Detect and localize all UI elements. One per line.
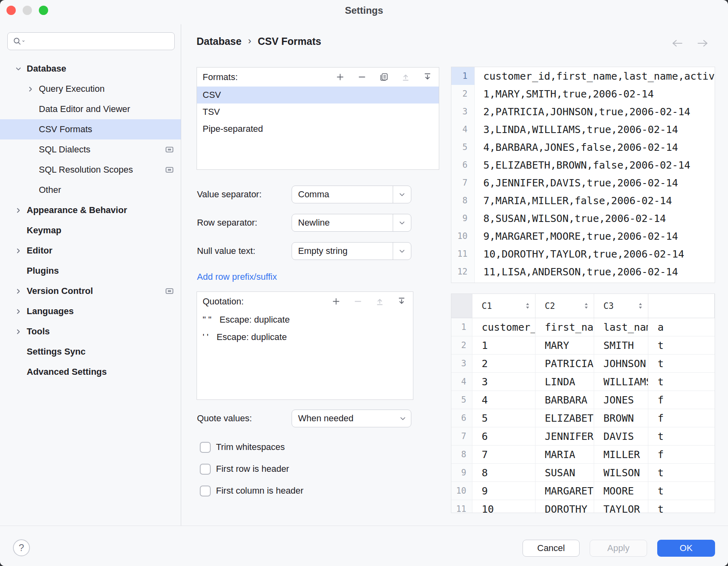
quotation-item[interactable]: ' 'Escape: duplicate xyxy=(197,328,413,346)
format-item-tsv[interactable]: TSV xyxy=(197,103,439,120)
cancel-button[interactable]: Cancel xyxy=(523,540,580,557)
first-row-is-header-checkbox[interactable] xyxy=(200,464,211,475)
sidebar-item-label: CSV Formats xyxy=(39,124,92,135)
chevron-down-icon[interactable] xyxy=(393,186,411,203)
move-down-button[interactable] xyxy=(423,72,432,82)
preview-line: 76,JENNIFER,DAVIS,true,2006-02-14 xyxy=(451,174,715,192)
search-field[interactable] xyxy=(7,32,175,50)
back-button[interactable] xyxy=(670,37,685,49)
chevron-down-icon xyxy=(395,410,411,427)
sidebar-item-other[interactable]: Other xyxy=(0,180,181,200)
grid-cell: JOHNSON xyxy=(594,355,648,373)
trim-whitespaces-checkbox[interactable] xyxy=(200,442,211,453)
grid-cell: 4 xyxy=(472,391,535,409)
sidebar-item-version-control[interactable]: Version Control xyxy=(0,281,181,301)
first-column-is-header-checkbox[interactable] xyxy=(200,486,211,496)
duplicate-button[interactable] xyxy=(379,72,389,82)
line-number: 12 xyxy=(451,263,475,281)
sidebar-item-label: SQL Resolution Scopes xyxy=(39,165,133,175)
sidebar-item-tools[interactable]: Tools xyxy=(0,321,181,342)
line-number: 9 xyxy=(451,209,475,227)
sidebar-item-plugins[interactable]: Plugins xyxy=(0,261,181,281)
ok-button[interactable]: OK xyxy=(657,540,715,557)
line-text: 4,BARBARA,JONES,false,2006-02-14 xyxy=(475,142,678,153)
chevron-right-icon xyxy=(12,305,24,317)
forward-button[interactable] xyxy=(695,37,710,49)
grid-header-partial xyxy=(648,294,715,318)
line-text: 5,ELIZABETH,BROWN,false,2006-02-14 xyxy=(475,159,690,171)
sidebar-item-data-editor-and-viewer[interactable]: Data Editor and Viewer xyxy=(0,99,181,119)
line-number: 13 xyxy=(451,281,475,283)
move-down-button[interactable] xyxy=(397,297,406,306)
sidebar-item-keymap[interactable]: Keymap xyxy=(0,220,181,241)
data-grid-preview: C1C2C3 1customer_idfirst_namelast_namea2… xyxy=(451,294,715,513)
grid-row: 1110DOROTHYTAYLORt xyxy=(451,500,715,513)
add-row-prefix-suffix-link[interactable]: Add row prefix/suffix xyxy=(197,272,277,282)
quote-values-select[interactable]: When needed xyxy=(292,410,411,427)
row-number-cell: 7 xyxy=(451,427,472,446)
sidebar-item-csv-formats[interactable]: CSV Formats xyxy=(0,119,181,139)
grid-body: 1customer_idfirst_namelast_namea21MARYSM… xyxy=(451,318,715,513)
value-separator-combobox[interactable]: Comma xyxy=(292,186,411,203)
grid-row: 1customer_idfirst_namelast_namea xyxy=(451,318,715,336)
add-button[interactable] xyxy=(331,297,341,306)
value-separator-value: Comma xyxy=(298,189,329,200)
grid-cell: JENNIFER xyxy=(535,427,594,446)
line-text: customer_id,first_name,last_name,active xyxy=(475,70,715,82)
search-input[interactable] xyxy=(30,36,174,46)
grid-header-c3[interactable]: C3 xyxy=(594,294,648,318)
column-name: C3 xyxy=(603,301,614,311)
quotation-escape-label: Escape: duplicate xyxy=(220,315,290,325)
sidebar-item-settings-sync[interactable]: Settings Sync xyxy=(0,342,181,362)
sidebar-item-label: Tools xyxy=(27,326,50,337)
line-text: 9,MARGARET,MOORE,true,2006-02-14 xyxy=(475,230,678,242)
chevron-down-icon[interactable] xyxy=(393,243,411,260)
sidebar-item-label: Appearance & Behavior xyxy=(27,205,127,215)
arrow-left-icon xyxy=(670,38,685,49)
grid-header-c1[interactable]: C1 xyxy=(472,294,535,318)
grid-cell: ELIZABETH xyxy=(535,409,594,427)
sort-icon xyxy=(638,302,643,310)
add-button[interactable] xyxy=(335,72,345,82)
quotation-item[interactable]: " "Escape: duplicate xyxy=(197,311,413,328)
chevron-spacer xyxy=(24,184,36,196)
csv-preview: 1customer_id,first_name,last_name,active… xyxy=(451,67,715,283)
format-item-csv[interactable]: CSV xyxy=(197,87,439,103)
grid-cell: 2 xyxy=(472,355,535,373)
null-value-text-combobox[interactable]: Empty string xyxy=(292,242,411,260)
remove-button[interactable] xyxy=(357,72,367,82)
sidebar-item-languages[interactable]: Languages xyxy=(0,301,181,321)
sidebar-item-database[interactable]: Database xyxy=(0,59,181,79)
grid-cell: MILLER xyxy=(594,446,648,464)
format-item-pipe-separated[interactable]: Pipe-separated xyxy=(197,120,439,137)
sidebar-item-label: Data Editor and Viewer xyxy=(39,104,130,114)
row-separator-value: Newline xyxy=(298,218,330,228)
line-number: 11 xyxy=(451,245,475,263)
line-number: 1 xyxy=(451,67,475,85)
chevron-spacer xyxy=(12,265,24,277)
grid-header-c2[interactable]: C2 xyxy=(535,294,594,318)
chevron-spacer xyxy=(24,144,36,156)
sidebar-item-sql-resolution-scopes[interactable]: SQL Resolution Scopes xyxy=(0,160,181,180)
apply-button[interactable]: Apply xyxy=(590,540,647,557)
row-number-cell: 10 xyxy=(451,482,472,500)
chevron-right-icon xyxy=(24,83,36,95)
grid-cell: WILLIAMS xyxy=(594,373,648,391)
breadcrumb-item-database[interactable]: Database xyxy=(197,36,241,47)
help-button[interactable]: ? xyxy=(13,539,30,556)
chevron-spacer xyxy=(24,123,36,135)
sidebar-item-sql-dialects[interactable]: SQL Dialects xyxy=(0,139,181,160)
sidebar-item-advanced-settings[interactable]: Advanced Settings xyxy=(0,362,181,382)
row-separator-combobox[interactable]: Newline xyxy=(292,214,411,232)
grid-row: 32PATRICIAJOHNSONt xyxy=(451,355,715,373)
sidebar-item-label: Other xyxy=(39,185,61,195)
chevron-down-icon[interactable] xyxy=(393,214,411,231)
sidebar-item-query-execution[interactable]: Query Execution xyxy=(0,79,181,99)
sidebar-item-appearance-behavior[interactable]: Appearance & Behavior xyxy=(0,200,181,220)
sidebar-item-label: Query Execution xyxy=(39,84,105,94)
sidebar-item-editor[interactable]: Editor xyxy=(0,241,181,261)
breadcrumb-item-csv-formats[interactable]: CSV Formats xyxy=(258,36,321,47)
line-number: 4 xyxy=(451,120,475,138)
row-number-cell: 2 xyxy=(451,336,472,355)
preview-line: 32,PATRICIA,JOHNSON,true,2006-02-14 xyxy=(451,103,715,120)
